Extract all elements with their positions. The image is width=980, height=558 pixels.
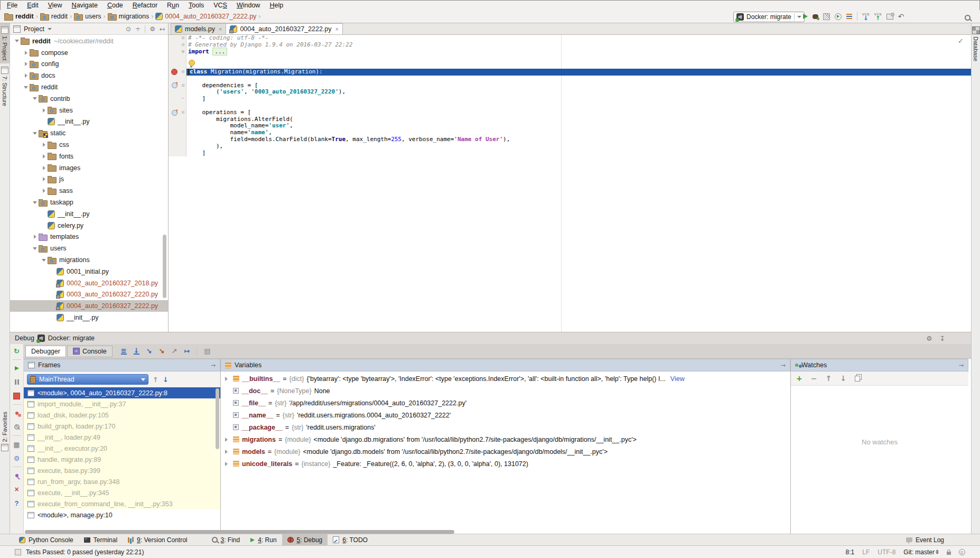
breadcrumb-item[interactable]: reddit <box>40 13 68 21</box>
tree-item-users[interactable]: users <box>10 243 168 254</box>
view-link[interactable]: View <box>670 375 685 383</box>
frames-scrollbar[interactable] <box>216 388 219 449</box>
run-button[interactable] <box>803 14 808 19</box>
menu-file[interactable]: File <box>2 2 22 9</box>
hector-highlighting-icon[interactable] <box>959 549 965 555</box>
tree-expanded-icon[interactable] <box>40 259 48 262</box>
rollback-button[interactable]: ↶ <box>898 12 904 21</box>
line-separator[interactable]: LF <box>862 548 870 556</box>
tree-collapsed-icon[interactable] <box>40 108 48 113</box>
step-into-icon[interactable]: ↘ <box>146 347 152 355</box>
editor-tab-models-py[interactable]: models.py× <box>171 23 226 34</box>
tree-item--init-py[interactable]: __init__.py <box>10 208 168 220</box>
menu-help[interactable]: Help <box>265 2 288 9</box>
step-out-icon[interactable]: ↗ <box>171 347 177 355</box>
fold-marker[interactable]: ⊞ <box>180 49 186 55</box>
menu-navigate[interactable]: Navigate <box>67 2 102 9</box>
search-everywhere-icon[interactable] <box>965 15 970 21</box>
help-icon[interactable]: ? <box>15 499 19 507</box>
next-frame-icon[interactable]: ↓ <box>163 376 169 384</box>
fold-marker[interactable]: ⊟ <box>180 82 186 89</box>
fold-marker[interactable]: ⊟ <box>180 35 186 42</box>
mute-breakpoints-icon[interactable] <box>14 424 20 430</box>
previous-frame-icon[interactable]: ↑ <box>153 376 158 384</box>
force-step-into-icon[interactable]: ↘ <box>159 347 165 355</box>
event-log-button[interactable]: Event Log <box>901 534 949 545</box>
breakpoint-icon[interactable] <box>169 69 180 76</box>
thread-select[interactable]: MainThread <box>27 374 148 385</box>
tool-window-button-debug[interactable]: 5: Debug <box>282 534 328 545</box>
tree-item-docs[interactable]: docs <box>10 70 168 81</box>
expand-icon[interactable] <box>225 377 230 381</box>
tree-item-migrations[interactable]: migrations <box>10 254 168 266</box>
pin-tab-icon[interactable] <box>15 474 18 477</box>
debug-button[interactable] <box>813 14 818 19</box>
variable-row[interactable]: migrations = {module} <module 'django.db… <box>221 433 790 445</box>
close-icon[interactable]: × <box>335 26 339 32</box>
tree-expanded-icon[interactable] <box>31 132 39 135</box>
stack-frame[interactable]: import_module, __init__.py:37 <box>24 398 220 410</box>
add-watch-icon[interactable]: + <box>796 374 802 383</box>
tree-expanded-icon[interactable] <box>31 97 39 100</box>
tree-collapsed-icon[interactable] <box>22 73 30 78</box>
tool-window-button-terminal[interactable]: Terminal <box>79 534 123 545</box>
move-watch-down-icon[interactable]: ↓ <box>840 374 846 383</box>
run-configuration-select[interactable]: dj Docker: migrate <box>733 12 805 22</box>
tab-debugger[interactable]: Debugger <box>25 346 66 357</box>
tree-item-images[interactable]: images <box>10 162 168 174</box>
gear-icon[interactable]: ⚙ <box>150 25 155 33</box>
menu-tools[interactable]: Tools <box>184 2 209 9</box>
stop-icon[interactable] <box>13 393 20 399</box>
variable-row[interactable]: __doc__ = {NoneType} None <box>221 385 790 397</box>
tree-expanded-icon[interactable] <box>31 201 39 204</box>
menu-vcs[interactable]: VCS <box>209 2 232 9</box>
locate-file-icon[interactable]: ⊙ <box>126 25 131 33</box>
step-over-icon[interactable]: ↓ <box>134 348 139 355</box>
tree-item-fonts[interactable]: fonts <box>10 151 168 162</box>
debug-horizontal-scrollbar[interactable] <box>25 530 454 534</box>
close-icon[interactable]: × <box>14 485 18 494</box>
run-to-cursor-icon[interactable]: ↦ <box>184 347 190 355</box>
remove-watch-icon[interactable]: − <box>811 374 817 383</box>
stack-frame[interactable]: __init__, loader.py:49 <box>24 432 220 443</box>
variable-row[interactable]: __file__ = {str} '/app/reddit/users/migr… <box>221 397 790 409</box>
menu-view[interactable]: View <box>43 2 67 9</box>
settings-gear-icon[interactable]: ⚙ <box>14 454 20 462</box>
pause-icon[interactable] <box>15 379 16 385</box>
float-panel-icon[interactable]: → <box>959 362 964 369</box>
tree-item-config[interactable]: config <box>10 59 168 70</box>
variable-row[interactable]: unicode_literals = {instance} _Feature: … <box>221 458 790 470</box>
tool-button-structure[interactable]: 7: Structure <box>0 63 10 109</box>
tool-window-button-python-console[interactable]: Python Console <box>14 534 79 545</box>
stack-frame[interactable]: load_disk, loader.py:105 <box>24 410 220 421</box>
tree-item-0002-auto-20160327-2018-py[interactable]: 0002_auto_20160327_2018.py <box>10 277 168 289</box>
menu-code[interactable]: Code <box>102 2 128 9</box>
collapse-all-icon[interactable]: ÷ <box>135 25 141 33</box>
gutter-marker-icon[interactable] <box>169 109 180 116</box>
profiler-button[interactable] <box>835 13 842 20</box>
restore-layout-icon[interactable]: ▦ <box>13 441 20 449</box>
tree-collapsed-icon[interactable] <box>31 235 39 239</box>
menu-run[interactable]: Run <box>162 2 184 9</box>
tree-item-contrib[interactable]: contrib <box>10 93 168 105</box>
gear-icon[interactable]: ⚙ <box>926 334 932 342</box>
show-execution-point-icon[interactable]: ≡ <box>121 348 127 355</box>
breadcrumb-item[interactable]: reddit <box>4 13 34 21</box>
tool-window-button-run[interactable]: 4: Run <box>245 534 282 545</box>
fold-marker[interactable]: ⌐ <box>180 96 186 103</box>
fold-marker[interactable]: ⊟ <box>180 42 186 49</box>
tree-item-css[interactable]: css <box>10 139 168 151</box>
vcs-commit-button[interactable]: VCS↑ <box>874 13 882 20</box>
tree-collapsed-icon[interactable] <box>40 177 48 181</box>
tree-expanded-icon[interactable] <box>31 247 39 250</box>
stack-frame[interactable]: __init__, executor.py:20 <box>24 443 220 454</box>
hide-window-icon[interactable]: ↧ <box>940 334 945 342</box>
tree-item-celery-py[interactable]: celery.py <box>10 220 168 231</box>
float-panel-icon[interactable]: → <box>781 362 786 369</box>
tree-expanded-icon[interactable] <box>13 40 21 42</box>
tree-item-static[interactable]: static <box>10 127 168 139</box>
menu-edit[interactable]: Edit <box>22 2 43 9</box>
float-panel-icon[interactable]: → <box>211 362 216 369</box>
stack-frame[interactable]: execute, base.py:399 <box>24 465 220 476</box>
vcs-update-button[interactable]: VCS↓ <box>862 13 870 20</box>
